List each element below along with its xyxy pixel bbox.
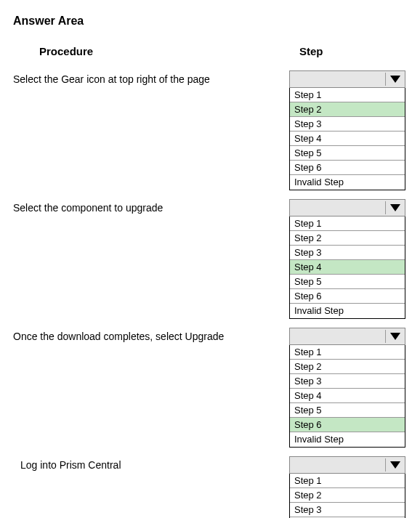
chevron-down-icon[interactable]	[390, 333, 400, 340]
dropdown-option[interactable]: Step 2	[290, 231, 405, 246]
dropdown-options: Step 1Step 2Step 3Step 4Step 5Step 6Inva…	[289, 345, 405, 448]
dropdown-option[interactable]: Invalid Step	[290, 432, 405, 447]
procedure-text: Log into Prism Central	[13, 456, 289, 471]
svg-marker-1	[390, 204, 400, 211]
dropdown-option[interactable]: Step 2	[290, 360, 405, 374]
dropdown-header[interactable]	[289, 456, 405, 474]
dropdown-option[interactable]: Step 2	[290, 488, 405, 503]
header-procedure: Procedure	[13, 45, 289, 57]
procedure-text: Once the download completes, select Upgr…	[13, 328, 289, 342]
page-title: Answer Area	[13, 15, 407, 28]
procedure-text: Select the component to upgrade	[13, 199, 289, 214]
dropdown-option[interactable]: Step 3	[290, 246, 405, 260]
dropdown-header[interactable]	[289, 70, 405, 88]
chevron-down-icon[interactable]	[390, 461, 400, 469]
step-dropdown[interactable]: Step 1Step 2Step 3Step 4Step 5Step 6Inva…	[289, 199, 405, 319]
column-headers: Procedure Step	[13, 45, 407, 57]
procedure-row: Once the download completes, select Upgr…	[13, 328, 407, 448]
dropdown-option[interactable]: Step 5	[290, 146, 405, 161]
step-dropdown[interactable]: Step 1Step 2Step 3Step 4Step 5Step 6Inva…	[289, 70, 405, 190]
dropdown-option[interactable]: Step 1	[290, 345, 405, 360]
header-step: Step	[289, 45, 405, 57]
dropdown-options: Step 1Step 2Step 3Step 4Step 5Step 6Inva…	[289, 216, 405, 319]
dropdown-option[interactable]: Step 1	[290, 216, 405, 231]
dropdown-header[interactable]	[289, 199, 405, 216]
dropdown-option[interactable]: Step 6	[290, 418, 405, 432]
dropdown-options: Step 1Step 2Step 3Step 4Step 5	[289, 474, 405, 518]
procedure-row: Log into Prism CentralStep 1Step 2Step 3…	[13, 456, 407, 518]
dropdown-option[interactable]: Step 6	[290, 289, 405, 304]
dropdown-option[interactable]: Step 4	[290, 389, 405, 403]
dropdown-option[interactable]: Step 5	[290, 403, 405, 418]
dropdown-option[interactable]: Step 5	[290, 275, 405, 289]
dropdown-option[interactable]: Step 6	[290, 161, 405, 175]
dropdown-options: Step 1Step 2Step 3Step 4Step 5Step 6Inva…	[289, 88, 405, 190]
procedure-text: Select the Gear icon at top right of the…	[13, 70, 289, 85]
dropdown-option[interactable]: Step 3	[290, 117, 405, 131]
svg-marker-3	[390, 461, 400, 469]
step-dropdown[interactable]: Step 1Step 2Step 3Step 4Step 5Step 6Inva…	[289, 328, 405, 448]
dropdown-option[interactable]: Step 4	[290, 131, 405, 146]
svg-marker-0	[390, 76, 400, 83]
dropdown-option[interactable]: Invalid Step	[290, 304, 405, 318]
step-dropdown[interactable]: Step 1Step 2Step 3Step 4Step 5	[289, 456, 405, 518]
dropdown-option[interactable]: Step 2	[290, 102, 405, 117]
dropdown-option[interactable]: Invalid Step	[290, 175, 405, 190]
chevron-down-icon[interactable]	[390, 76, 400, 83]
chevron-down-icon[interactable]	[390, 204, 400, 211]
dropdown-header[interactable]	[289, 328, 405, 345]
dropdown-option[interactable]: Step 3	[290, 503, 405, 517]
procedure-row: Select the Gear icon at top right of the…	[13, 70, 407, 190]
svg-marker-2	[390, 333, 400, 340]
procedure-row: Select the component to upgradeStep 1Ste…	[13, 199, 407, 319]
dropdown-option[interactable]: Step 1	[290, 474, 405, 488]
dropdown-option[interactable]: Step 1	[290, 88, 405, 102]
dropdown-option[interactable]: Step 3	[290, 374, 405, 389]
dropdown-option[interactable]: Step 4	[290, 260, 405, 275]
